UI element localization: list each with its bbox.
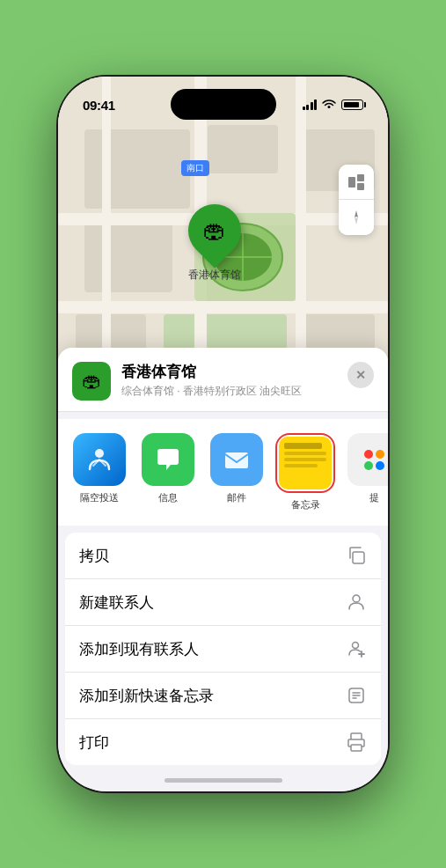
svg-rect-24 [353, 552, 364, 563]
share-item-airdrop[interactable]: 隔空投送 [69, 433, 130, 511]
action-print[interactable]: 打印 [65, 719, 381, 765]
action-new-contact-label: 新建联系人 [79, 592, 154, 613]
action-print-label: 打印 [79, 732, 109, 753]
svg-rect-28 [351, 733, 362, 739]
svg-rect-21 [357, 183, 364, 190]
map-type-button[interactable] [339, 165, 374, 200]
svg-rect-3 [208, 125, 278, 173]
notes-inner [279, 437, 332, 489]
stadium-icon: 🏟 [203, 217, 226, 245]
venue-info: 香港体育馆 综合体育馆 · 香港特别行政区 油尖旺区 [121, 362, 347, 399]
svg-rect-23 [225, 452, 248, 468]
close-button[interactable]: ✕ [347, 362, 374, 388]
venue-name: 香港体育馆 [121, 362, 347, 382]
location-label: 南口 [181, 160, 209, 176]
mail-label: 邮件 [227, 491, 246, 504]
airdrop-label: 隔空投送 [80, 491, 119, 504]
stadium-marker: 🏟 香港体育馆 [188, 204, 241, 283]
add-contact-icon [346, 638, 367, 659]
bottom-sheet: 🏟 香港体育馆 综合体育馆 · 香港特别行政区 油尖旺区 ✕ [58, 348, 388, 791]
svg-rect-29 [351, 745, 362, 751]
dynamic-island [171, 89, 276, 120]
notes-icon[interactable] [279, 437, 332, 489]
notes-line-4 [284, 464, 318, 467]
action-quick-note-label: 添加到新快速备忘录 [79, 686, 214, 706]
notes-line-2 [284, 452, 326, 455]
message-icon[interactable] [142, 433, 194, 486]
svg-rect-1 [84, 129, 190, 209]
copy-icon [346, 545, 367, 566]
quick-note-icon [346, 685, 367, 706]
phone-frame: 09:41 [58, 77, 388, 791]
action-quick-note[interactable]: 添加到新快速备忘录 [65, 673, 381, 719]
notes-line-3 [284, 458, 326, 461]
wifi-icon [322, 99, 336, 110]
marker-pin: 🏟 [177, 194, 252, 268]
svg-point-25 [353, 595, 360, 602]
action-add-contact-label: 添加到现有联系人 [79, 639, 199, 659]
new-contact-icon [346, 592, 367, 613]
share-item-notes[interactable]: 备忘录 [274, 433, 336, 511]
mail-svg [222, 445, 252, 474]
marker-label: 香港体育馆 [188, 268, 241, 283]
venue-subtitle: 综合体育馆 · 香港特别行政区 油尖旺区 [121, 384, 347, 399]
compass-icon [347, 209, 365, 226]
venue-header: 🏟 香港体育馆 综合体育馆 · 香港特别行政区 油尖旺区 ✕ [58, 348, 388, 412]
share-item-more[interactable]: 提 [343, 433, 388, 511]
share-item-mail[interactable]: 邮件 [206, 433, 267, 511]
mail-icon[interactable] [210, 433, 263, 486]
notes-selected-border [275, 433, 335, 493]
venue-icon: 🏟 [72, 362, 111, 401]
status-icons [303, 99, 364, 110]
svg-rect-20 [357, 174, 364, 181]
signal-icon [303, 99, 318, 110]
dot-green [364, 461, 373, 470]
action-copy-label: 拷贝 [79, 546, 109, 566]
battery-icon [341, 99, 363, 110]
more-label: 提 [369, 491, 379, 504]
more-icon[interactable] [347, 433, 388, 486]
svg-point-22 [95, 449, 104, 458]
phone-screen: 09:41 [58, 77, 388, 791]
dot-red [364, 450, 373, 459]
location-button[interactable] [339, 200, 374, 235]
airdrop-svg [84, 445, 114, 474]
action-list: 拷贝 新建联系人 添加到现有联系人 [65, 533, 381, 765]
more-dots-bottom [364, 461, 384, 470]
share-row: 隔空投送 信息 [58, 419, 388, 526]
status-time: 09:41 [83, 98, 115, 113]
notes-label: 备忘录 [291, 498, 320, 511]
message-label: 信息 [158, 491, 178, 504]
svg-rect-19 [348, 177, 355, 188]
airdrop-icon[interactable] [73, 433, 126, 486]
more-dots-top [364, 450, 384, 459]
map-controls[interactable] [339, 165, 374, 235]
dot-blue [376, 461, 384, 470]
home-indicator [165, 778, 282, 783]
action-copy[interactable]: 拷贝 [65, 533, 381, 579]
map-type-icon [347, 173, 366, 192]
message-svg [153, 445, 183, 474]
notes-line-1 [284, 443, 322, 449]
svg-point-26 [353, 643, 359, 649]
dot-orange [376, 450, 384, 459]
print-icon [346, 732, 367, 753]
action-new-contact[interactable]: 新建联系人 [65, 579, 381, 626]
share-item-message[interactable]: 信息 [137, 433, 199, 511]
action-add-contact[interactable]: 添加到现有联系人 [65, 626, 381, 673]
svg-rect-2 [84, 222, 172, 292]
